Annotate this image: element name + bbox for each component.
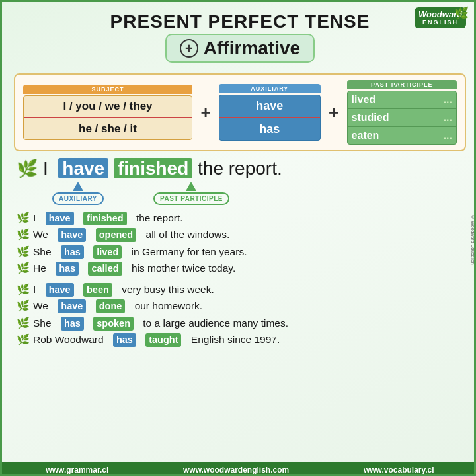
pp-row-1: lived ...: [348, 91, 456, 108]
s2-rest: all of the windows.: [146, 227, 230, 242]
s4-pp: called: [88, 262, 122, 276]
aux-arrow-up: [73, 182, 83, 191]
pp-label: PAST PARTICIPLE: [347, 80, 457, 89]
plus-sign-1: +: [199, 102, 212, 123]
sentence-item-4: 🌿 He has called his mother twice today.: [17, 260, 463, 276]
s8-rest: English since 1997.: [191, 333, 280, 347]
aux-arrow-label: AUXILIARY: [52, 192, 104, 205]
aux-row-1: have: [219, 95, 320, 118]
example-sentence: I have finished the report.: [43, 158, 282, 179]
pp-arrow-label: PAST PARTICIPLE: [153, 192, 229, 205]
leaf-2: 🌿: [17, 227, 30, 242]
s8-subject: Rob Woodward: [33, 333, 104, 347]
s6-aux: have: [58, 299, 86, 313]
subject-row-2: he / she / it: [24, 118, 192, 139]
s5-subject: I: [33, 282, 36, 297]
s4-subject: He: [33, 261, 46, 276]
pp-word-2: studied: [352, 112, 389, 124]
sentences-group-2: 🌿 I have been very busy this week. 🌿 We …: [14, 282, 466, 348]
affirmative-wrapper: + Affirmative: [14, 34, 466, 68]
leaf-7: 🌿: [17, 315, 30, 331]
subject-column: SUBJECT I / you / we / they he / she / i…: [23, 85, 192, 140]
main-example-section: 🌿 I have finished the report.: [14, 158, 466, 179]
example-subject: I: [43, 158, 48, 178]
s7-rest: to a large audience many times.: [143, 316, 288, 331]
pp-word-1: lived: [352, 94, 376, 106]
past-participle-column: PAST PARTICIPLE lived ... studied ... ea…: [347, 80, 457, 145]
pp-row-3: eaten ...: [348, 126, 456, 144]
s1-pp: finished: [83, 212, 127, 225]
s4-aux: has: [56, 262, 79, 276]
footer-link-1[interactable]: www.grammar.cl: [46, 465, 108, 475]
s2-aux: have: [58, 228, 86, 242]
sentence-item-6: 🌿 We have done our homework.: [17, 298, 463, 313]
s2-pp: opened: [96, 228, 137, 242]
pp-word-3: eaten: [352, 130, 379, 141]
plus-sign-2: +: [327, 102, 340, 123]
sentence-item-7: 🌿 She has spoken to a large audience man…: [17, 315, 463, 331]
s3-subject: She: [33, 245, 52, 259]
dots-3: ...: [444, 130, 452, 141]
copyright-text: © Woodward Education: [471, 215, 475, 264]
s7-subject: She: [33, 316, 52, 331]
s3-aux: has: [61, 245, 84, 259]
s1-aux: have: [46, 212, 74, 225]
grammar-table: SUBJECT I / you / we / they he / she / i…: [14, 73, 466, 151]
s5-rest: very busy this week.: [122, 282, 214, 297]
page-title: PRESENT PERFECT TENSE: [14, 11, 466, 32]
s6-pp: done: [96, 299, 126, 313]
s5-aux: have: [46, 283, 74, 297]
leaf-8: 🌿: [17, 332, 30, 347]
s1-subject: I: [33, 211, 36, 225]
plus-circle: +: [180, 39, 198, 58]
pp-arrow-up: [186, 182, 196, 191]
leaf-5: 🌿: [17, 282, 30, 297]
leaf-4: 🌿: [17, 260, 30, 276]
s6-rest: our homework.: [135, 299, 203, 313]
logo-leaf-icon: 🌿: [454, 6, 469, 20]
example-rest: the report.: [198, 158, 282, 178]
s7-pp: spoken: [93, 317, 134, 331]
affirmative-label: Affirmative: [204, 38, 300, 59]
affirmative-box: + Affirmative: [165, 34, 315, 63]
woodward-logo: Woodward ENGLISH 🌿: [415, 7, 466, 28]
footer-link-3[interactable]: www.vocabulary.cl: [364, 465, 434, 475]
sentence-item-1: 🌿 I have finished the report.: [17, 210, 463, 225]
s2-subject: We: [33, 227, 48, 242]
sentence-item-5: 🌿 I have been very busy this week.: [17, 282, 463, 297]
s8-aux: has: [113, 333, 136, 347]
sentence-item-3: 🌿 She has lived in Germany for ten years…: [17, 244, 463, 259]
main-container: Woodward ENGLISH 🌿 PRESENT PERFECT TENSE…: [2, 2, 476, 476]
s1-rest: the report.: [136, 211, 183, 225]
s8-pp: taught: [145, 333, 181, 347]
subject-rows: I / you / we / they he / she / it: [23, 95, 192, 140]
example-pp: finished: [114, 158, 192, 178]
s6-subject: We: [33, 299, 48, 313]
dots-1: ...: [444, 94, 452, 106]
subject-label: SUBJECT: [23, 85, 192, 94]
sentence-item-8: 🌿 Rob Woodward has taught English since …: [17, 332, 463, 347]
aux-arrow-group: AUXILIARY: [52, 182, 104, 205]
subject-row-1: I / you / we / they: [24, 96, 192, 118]
leaf-6: 🌿: [17, 298, 30, 313]
pp-arrow-group: PAST PARTICIPLE: [153, 182, 229, 205]
aux-row-2: has: [219, 118, 320, 140]
sentences-group-1: 🌿 I have finished the report. 🌿 We have …: [14, 210, 466, 276]
footer: www.grammar.cl www.woodwardenglish.com w…: [2, 462, 476, 476]
s4-rest: his mother twice today.: [132, 261, 235, 276]
s3-pp: lived: [93, 245, 122, 259]
pp-rows: lived ... studied ... eaten ...: [347, 91, 457, 145]
dots-2: ...: [444, 112, 452, 124]
aux-rows: have has: [219, 95, 321, 141]
sentence-item-2: 🌿 We have opened all of the windows.: [17, 227, 463, 242]
example-leaf-icon: 🌿: [17, 159, 38, 179]
arrows-section: AUXILIARY PAST PARTICIPLE: [14, 182, 466, 205]
s7-aux: has: [61, 317, 84, 331]
s5-pp: been: [83, 283, 112, 297]
aux-label: AUXILIARY: [219, 84, 321, 93]
leaf-1: 🌿: [17, 210, 30, 225]
s3-rest: in Germany for ten years.: [132, 245, 247, 259]
logo-english-text: ENGLISH: [422, 19, 458, 26]
footer-link-2[interactable]: www.woodwardenglish.com: [183, 465, 289, 475]
pp-row-2: studied ...: [348, 108, 456, 126]
